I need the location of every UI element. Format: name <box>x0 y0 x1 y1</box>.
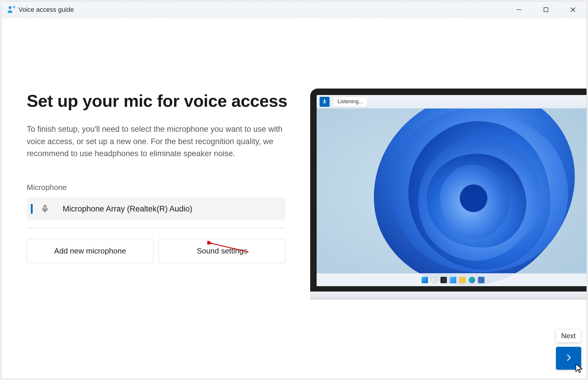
widgets-icon <box>450 277 456 283</box>
minimize-button[interactable] <box>505 1 532 18</box>
close-button[interactable] <box>559 1 587 18</box>
content-area: Set up your mic for voice access To fini… <box>1 18 587 379</box>
next-tooltip: Next <box>556 329 581 343</box>
search-icon <box>431 277 437 283</box>
selection-indicator <box>31 204 33 214</box>
taskview-icon <box>440 277 447 283</box>
add-microphone-label: Add new microphone <box>54 246 126 256</box>
svg-rect-1 <box>13 6 14 8</box>
svg-point-9 <box>460 184 487 212</box>
laptop-bezel: Listening... <box>310 89 587 291</box>
svg-point-0 <box>9 6 11 9</box>
preview-pane: Listening... <box>310 18 587 379</box>
divider <box>27 228 285 228</box>
selected-microphone-name: Microphone Array (Realtek(R) Audio) <box>63 204 192 214</box>
add-microphone-button[interactable]: Add new microphone <box>27 239 153 263</box>
svg-rect-2 <box>14 6 15 9</box>
toolbar-status-text: Listening... <box>338 99 363 105</box>
sound-settings-label: Sound settings <box>197 246 247 256</box>
microphone-selector[interactable]: Microphone Array (Realtek(R) Audio) <box>27 197 285 220</box>
microphone-section-label: Microphone <box>27 183 293 192</box>
taskbar <box>317 273 587 286</box>
sound-settings-button[interactable]: Sound settings <box>159 239 285 263</box>
microphone-icon <box>40 204 50 214</box>
explorer-icon <box>459 277 466 283</box>
toolbar-microphone-icon <box>320 97 330 107</box>
store-icon <box>478 277 485 283</box>
window-title: Voice access guide <box>19 6 74 14</box>
app-icon <box>7 5 16 14</box>
voice-access-toolbar: Listening... <box>317 95 587 109</box>
edge-icon <box>469 277 475 283</box>
laptop-screen: Listening... <box>317 95 587 286</box>
next-tooltip-label: Next <box>561 332 576 340</box>
button-row: Add new microphone Sound settings <box>27 239 285 263</box>
toolbar-status: Listening... <box>333 97 368 107</box>
maximize-button[interactable] <box>532 1 559 18</box>
laptop-illustration: Listening... <box>310 89 587 300</box>
chevron-right-icon <box>564 354 573 363</box>
page-description: To finish setup, you'll need to select t… <box>27 123 283 160</box>
svg-rect-10 <box>324 99 325 102</box>
titlebar: Voice access guide <box>1 1 587 18</box>
window: Voice access guide Set up your mic for v… <box>1 1 587 379</box>
start-icon <box>422 277 428 283</box>
page-heading: Set up your mic for voice access <box>27 91 293 110</box>
svg-rect-7 <box>44 206 46 210</box>
next-button[interactable] <box>556 347 581 370</box>
bloom-wallpaper <box>344 95 587 286</box>
laptop-base <box>310 291 587 300</box>
setup-pane: Set up your mic for voice access To fini… <box>1 18 310 379</box>
svg-rect-4 <box>544 8 548 12</box>
